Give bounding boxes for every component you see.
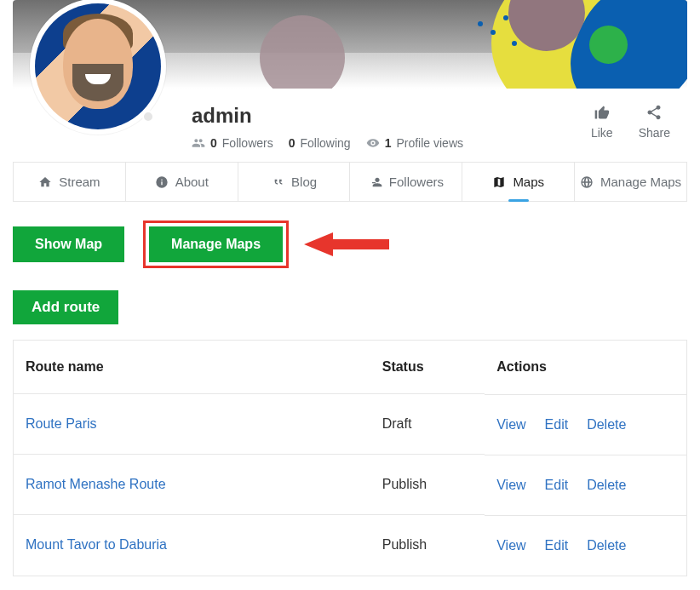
route-link[interactable]: Route Paris <box>26 416 97 431</box>
col-header-actions: Actions <box>485 341 686 394</box>
people-icon <box>192 136 205 150</box>
table-row: Route Paris Draft View Edit Delete <box>14 394 687 455</box>
action-edit[interactable]: Edit <box>545 417 569 432</box>
route-status: Publish <box>370 455 485 515</box>
route-link[interactable]: Mount Tavor to Daburia <box>26 537 167 552</box>
action-delete[interactable]: Delete <box>587 538 626 553</box>
profile-stats: 0 Followers 0 Following 1 Profile views <box>192 136 463 150</box>
tab-stream-label: Stream <box>59 175 100 189</box>
table-header-row: Route name Status Actions <box>14 341 687 394</box>
profile-tabs: Stream About Blog Followers Maps Manage … <box>13 163 687 202</box>
tab-stream[interactable]: Stream <box>14 163 126 201</box>
eye-icon <box>366 136 380 150</box>
tab-blog[interactable]: Blog <box>238 163 351 201</box>
route-status: Publish <box>370 515 485 576</box>
table-row: Ramot Menashe Route Publish View Edit De… <box>14 455 687 515</box>
route-status: Draft <box>370 394 485 455</box>
user-minus-icon <box>369 175 382 189</box>
quote-icon <box>271 175 284 189</box>
avatar[interactable] <box>30 0 166 135</box>
route-link[interactable]: Ramot Menashe Route <box>26 477 166 491</box>
svg-marker-0 <box>304 232 389 256</box>
home-icon <box>38 175 52 189</box>
tab-followers-label: Followers <box>389 175 444 189</box>
tab-manage-maps-label: Manage Maps <box>600 175 681 189</box>
col-header-route: Route name <box>14 341 370 394</box>
views-count: 1 <box>385 136 392 150</box>
action-view[interactable]: View <box>496 538 525 553</box>
tab-about-label: About <box>175 175 209 189</box>
thumbs-up-icon <box>594 104 611 121</box>
map-buttons-row: Show Map Manage Maps <box>13 221 687 268</box>
tab-followers[interactable]: Followers <box>350 163 462 201</box>
tab-manage-maps[interactable]: Manage Maps <box>575 163 686 201</box>
username: admin <box>192 104 463 128</box>
manage-maps-highlight: Manage Maps <box>143 221 289 268</box>
share-label: Share <box>639 126 670 140</box>
following-label: Following <box>301 136 351 150</box>
show-map-button[interactable]: Show Map <box>13 226 124 262</box>
action-edit[interactable]: Edit <box>545 538 569 553</box>
action-delete[interactable]: Delete <box>587 417 626 432</box>
share-icon <box>645 104 663 121</box>
callout-arrow-icon <box>304 229 398 260</box>
presence-indicator <box>142 111 154 123</box>
tab-about[interactable]: About <box>126 163 238 201</box>
followers-label: Followers <box>222 136 273 150</box>
manage-maps-button[interactable]: Manage Maps <box>149 226 283 262</box>
share-button[interactable]: Share <box>639 104 670 140</box>
tab-maps-label: Maps <box>513 175 544 189</box>
action-edit[interactable]: Edit <box>545 478 569 493</box>
followers-count: 0 <box>210 136 217 150</box>
col-header-status: Status <box>370 341 485 394</box>
tab-blog-label: Blog <box>291 175 317 189</box>
following-stat[interactable]: 0 Following <box>289 136 351 150</box>
views-stat: 1 Profile views <box>366 136 463 150</box>
globe-icon <box>580 175 594 189</box>
table-row: Mount Tavor to Daburia Publish View Edit… <box>14 515 687 576</box>
info-icon <box>155 175 169 189</box>
add-route-button[interactable]: Add route <box>13 290 118 324</box>
profile-banner <box>13 0 687 89</box>
like-label: Like <box>591 126 613 140</box>
routes-table: Route name Status Actions Route Paris Dr… <box>13 340 687 576</box>
followers-stat[interactable]: 0 Followers <box>192 136 273 150</box>
following-count: 0 <box>289 136 295 150</box>
like-button[interactable]: Like <box>591 104 613 140</box>
map-icon <box>492 175 506 189</box>
action-delete[interactable]: Delete <box>587 478 626 493</box>
views-label: Profile views <box>396 136 463 150</box>
action-view[interactable]: View <box>496 478 525 493</box>
action-view[interactable]: View <box>496 417 525 432</box>
tab-maps[interactable]: Maps <box>462 163 575 201</box>
